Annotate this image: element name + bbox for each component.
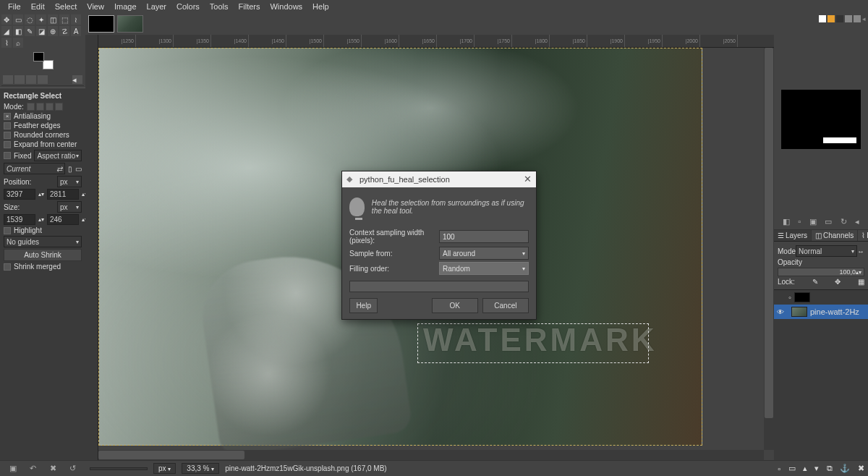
antialias-checkbox[interactable]: ×	[4, 113, 11, 120]
reset-options-icon[interactable]: ↺	[69, 464, 76, 473]
visibility-toggle-icon[interactable]: 👁	[777, 308, 786, 316]
background-color[interactable]	[43, 60, 54, 69]
pos-y-input[interactable]	[47, 189, 79, 200]
delete-layer-icon[interactable]: ✖	[858, 464, 864, 473]
zoom-tool-icon[interactable]: ⌕	[13, 38, 23, 48]
mode-replace-icon[interactable]	[27, 103, 35, 111]
menu-windows[interactable]: Windows	[265, 1, 307, 12]
menu-help[interactable]: Help	[307, 1, 334, 12]
menu-layer[interactable]: Layer	[142, 1, 172, 12]
color-swatches[interactable]	[33, 52, 54, 69]
dock-tab-device-icon[interactable]	[14, 75, 25, 84]
opacity-slider[interactable]: 100,0 ▴▾	[778, 268, 864, 276]
current-select[interactable]: Current⇄	[4, 163, 65, 174]
lasso-tool-icon[interactable]: ◌	[25, 14, 35, 25]
delete-options-icon[interactable]: ✖	[50, 464, 56, 473]
ok-button[interactable]: OK	[432, 298, 478, 313]
aspect-ratio-select[interactable]: Aspect ratio▾	[34, 150, 82, 161]
restore-options-icon[interactable]: ↶	[30, 464, 36, 473]
sample-from-select[interactable]: All around▾	[439, 247, 529, 260]
refresh-brush-icon[interactable]: ↻	[841, 217, 847, 226]
dialog-titlebar[interactable]: ◆ python_fu_heal_selection ✕	[342, 171, 536, 187]
auto-shrink-button[interactable]: Auto Shrink	[4, 249, 82, 261]
landscape-icon[interactable]: ▭	[75, 165, 82, 173]
image-tab-1[interactable]	[88, 15, 114, 33]
mode-add-icon[interactable]	[36, 103, 44, 111]
new-group-icon[interactable]: ▭	[788, 464, 796, 473]
vertical-scrollbar[interactable]	[764, 48, 774, 450]
duplicate-layer-icon[interactable]: ⧉	[827, 464, 833, 473]
pos-x-input[interactable]	[4, 189, 35, 200]
dock-menu-icon[interactable]: ◂	[72, 75, 82, 84]
duplicate-brush-icon[interactable]: ▣	[809, 217, 817, 226]
status-unit[interactable]: px ▾	[153, 463, 176, 474]
horizontal-scrollbar[interactable]	[98, 450, 764, 460]
size-unit[interactable]: px▾	[57, 201, 82, 213]
text-tool-icon[interactable]: A	[71, 26, 81, 36]
layers-tab[interactable]: ☰Layers	[774, 230, 812, 241]
rect-select-tool-icon[interactable]: ▭	[13, 14, 23, 25]
shrink-merged-checkbox[interactable]	[4, 263, 11, 271]
image-tab-2[interactable]	[117, 15, 143, 33]
mode-intersect-icon[interactable]	[55, 103, 63, 111]
brush-tool-icon[interactable]: ✎	[25, 26, 35, 36]
lower-layer-icon[interactable]: ▾	[814, 464, 819, 473]
layer-row-active[interactable]: 👁 pine-watt-2Hz	[774, 305, 868, 319]
ctx-width-input[interactable]: 100	[439, 230, 529, 243]
crop-tool-icon[interactable]: ◫	[48, 14, 58, 25]
layer-row-hidden[interactable]: ◦	[774, 290, 868, 305]
right-icon-4[interactable]	[845, 15, 852, 22]
path-tool-icon[interactable]: ⌇	[1, 38, 12, 48]
paths-tab[interactable]: ⌇Paths	[858, 230, 868, 241]
lock-alpha-icon[interactable]: ▦	[858, 278, 864, 286]
fixed-checkbox[interactable]	[4, 152, 11, 159]
lock-pixels-icon[interactable]: ✎	[812, 278, 818, 286]
menu-filters[interactable]: Filters	[234, 1, 265, 12]
link-toggle-icon[interactable]: ◦	[788, 293, 791, 302]
channels-tab[interactable]: ◫Channels	[812, 230, 858, 241]
foreground-color[interactable]	[33, 52, 44, 61]
guides-select[interactable]: No guides▾	[4, 236, 82, 247]
status-zoom[interactable]: 33,3 % ▾	[182, 463, 219, 474]
help-button[interactable]: Help	[349, 298, 378, 313]
right-icon-2[interactable]	[827, 15, 835, 22]
highlight-checkbox[interactable]	[4, 227, 11, 234]
clone-tool-icon[interactable]: ⊕	[48, 26, 58, 36]
size-w-input[interactable]	[4, 214, 35, 225]
anchor-layer-icon[interactable]: ⚓	[840, 464, 850, 473]
mode-subtract-icon[interactable]	[46, 103, 54, 111]
right-icon-1[interactable]	[819, 15, 826, 22]
save-options-icon[interactable]: ▣	[9, 464, 17, 473]
new-brush-icon[interactable]: ▫	[798, 217, 801, 226]
rounded-checkbox[interactable]	[4, 132, 11, 139]
eraser-tool-icon[interactable]: ◪	[36, 26, 46, 36]
expand-checkbox[interactable]	[4, 141, 11, 148]
position-unit[interactable]: px▾	[57, 176, 82, 187]
menu-select[interactable]: Select	[50, 1, 82, 12]
raise-layer-icon[interactable]: ▴	[803, 464, 807, 473]
gradient-tool-icon[interactable]: ◧	[13, 26, 23, 36]
size-h-input[interactable]	[47, 214, 79, 225]
lock-position-icon[interactable]: ✥	[835, 278, 841, 286]
warp-tool-icon[interactable]: ≀	[71, 14, 81, 25]
bucket-tool-icon[interactable]: ◢	[1, 26, 12, 36]
dock-tab-options-icon[interactable]	[3, 75, 13, 84]
menu-image[interactable]: Image	[109, 1, 142, 12]
fuzzy-select-tool-icon[interactable]: ✦	[36, 14, 46, 25]
menu-file[interactable]: File	[3, 1, 26, 12]
blend-mode-select[interactable]: Normal▾	[796, 245, 857, 257]
feather-checkbox[interactable]	[4, 122, 11, 129]
filling-order-select[interactable]: Random▾	[439, 262, 529, 275]
dock-tab-history-icon[interactable]	[26, 75, 36, 84]
smudge-tool-icon[interactable]: ☡	[59, 26, 69, 36]
dock-menu-right-icon[interactable]: ◂	[862, 15, 866, 24]
menu-tools[interactable]: Tools	[205, 1, 234, 12]
layer-name[interactable]: pine-watt-2Hz	[810, 307, 859, 316]
menu-view[interactable]: View	[82, 1, 109, 12]
dock-tab-img-icon[interactable]	[38, 75, 48, 84]
mode-switch-icon[interactable]: ↔	[857, 247, 864, 255]
transform-tool-icon[interactable]: ⬚	[59, 14, 69, 25]
close-icon[interactable]: ✕	[524, 174, 532, 184]
navigator-preview[interactable]	[781, 90, 861, 149]
horizontal-ruler[interactable]: |1250|1300|1350|1400|1450|1500|1550|1600…	[98, 35, 774, 48]
